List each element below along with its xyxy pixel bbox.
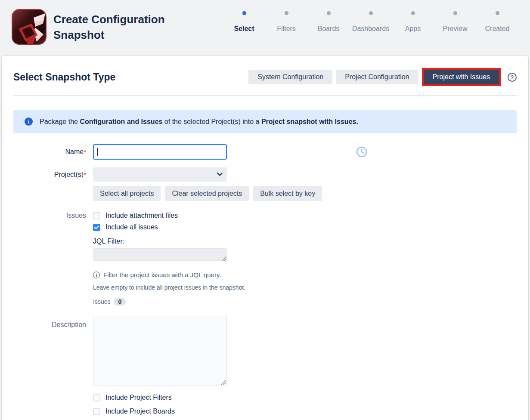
type-button-project-configuration[interactable]: Project Configuration [336, 70, 418, 84]
content-card: Select Snapshot Type System Configuratio… [1, 56, 529, 420]
step-preview[interactable]: Preview [438, 11, 472, 34]
bulk-select-by-key-button[interactable]: Bulk select by key [253, 186, 322, 201]
jql-textarea-wrap [93, 248, 227, 262]
issues-label: Issues [13, 212, 86, 219]
step-dot [369, 11, 373, 15]
snapshot-type-button-group: System Configuration Project Configurati… [248, 68, 517, 86]
step-boards[interactable]: Boards [311, 11, 346, 34]
wizard-stepper: Select Filters Boards Dashboards Apps Pr… [227, 9, 515, 34]
step-dot [411, 11, 415, 15]
include-project-filters-checkbox[interactable]: Include Project Filters [93, 394, 517, 401]
description-textarea-wrap [93, 316, 227, 388]
name-input-wrap [93, 144, 227, 160]
projects-select[interactable] [93, 167, 227, 182]
issues-count-line: Issues 0 [93, 298, 517, 306]
description-textarea[interactable] [93, 316, 227, 386]
step-dot [285, 11, 288, 15]
issues-count-badge: 0 [114, 298, 126, 306]
info-outline-icon: i [93, 272, 100, 278]
name-label: Name* [13, 148, 86, 156]
projects-field-row: Project(s)* [13, 167, 517, 182]
name-field-row: Name* [13, 144, 517, 160]
checkbox-checked[interactable] [93, 224, 100, 231]
help-icon[interactable]: ? [508, 73, 517, 82]
clock-history-icon[interactable] [356, 146, 367, 158]
include-project-boards-checkbox[interactable]: Include Project Boards [93, 408, 517, 415]
projects-label: Project(s)* [13, 171, 86, 179]
step-filters[interactable]: Filters [269, 11, 304, 34]
issues-count-label: Issues [93, 298, 110, 305]
clear-selected-projects-button[interactable]: Clear selected projects [165, 186, 249, 201]
jql-filter-block: JQL Filter: i Filter the project issues … [93, 238, 517, 306]
step-created[interactable]: Created [480, 11, 515, 34]
checkmark-icon [94, 225, 99, 229]
jql-help-secondary: Leave empty to include all project issue… [93, 284, 517, 291]
jql-filter-textarea[interactable] [93, 248, 227, 261]
step-select[interactable]: Select [227, 11, 261, 34]
chevron-down-icon [217, 173, 223, 176]
step-dot-active [242, 11, 246, 15]
step-dot [496, 11, 499, 15]
app-logo-icon [12, 9, 46, 45]
jql-filter-label: JQL Filter: [93, 238, 517, 245]
required-asterisk: * [84, 148, 86, 155]
checkbox-unchecked[interactable] [93, 408, 100, 415]
step-apps[interactable]: Apps [396, 11, 430, 34]
step-dot [327, 11, 331, 15]
include-attachment-files-checkbox[interactable]: Include attachment files [93, 212, 178, 219]
step-dot [453, 11, 457, 15]
issues-checkbox-stack: Include attachment files Include all iss… [93, 212, 178, 231]
red-annotation-highlight: Project with Issues [422, 68, 501, 86]
include-all-issues-checkbox[interactable]: Include all issues [93, 223, 178, 231]
required-asterisk: * [84, 171, 86, 178]
description-label: Description [13, 316, 86, 329]
select-all-projects-button[interactable]: Select all projects [93, 186, 161, 201]
snapshot-type-row: Select Snapshot Type System Configuratio… [13, 68, 517, 86]
checkbox-unchecked[interactable] [93, 394, 100, 401]
name-input[interactable] [93, 144, 227, 160]
info-icon: i [25, 117, 33, 126]
description-field-row: Description [13, 316, 517, 388]
type-button-system-configuration[interactable]: System Configuration [248, 70, 332, 84]
type-button-project-with-issues[interactable]: Project with Issues [424, 70, 499, 84]
info-banner-text: Package the Configuration and Issues of … [40, 118, 358, 126]
section-divider [13, 95, 517, 96]
project-buttons-row: Select all projects Clear selected proje… [93, 186, 517, 201]
extra-checkboxes: Include Project Filters Include Project … [93, 394, 517, 415]
info-banner: i Package the Configuration and Issues o… [13, 110, 517, 133]
issues-field-row: Issues Include attachment files Include … [13, 212, 517, 231]
step-dashboards[interactable]: Dashboards [353, 11, 388, 34]
app-header: Create Configuration Snapshot Select Fil… [0, 0, 530, 56]
jql-help-primary: i Filter the project issues with a JQL q… [93, 271, 517, 278]
checkbox-unchecked[interactable] [93, 212, 100, 219]
text-caret [97, 148, 98, 156]
section-heading: Select Snapshot Type [13, 71, 115, 83]
page-title: Create Configuration Snapshot [53, 12, 183, 43]
